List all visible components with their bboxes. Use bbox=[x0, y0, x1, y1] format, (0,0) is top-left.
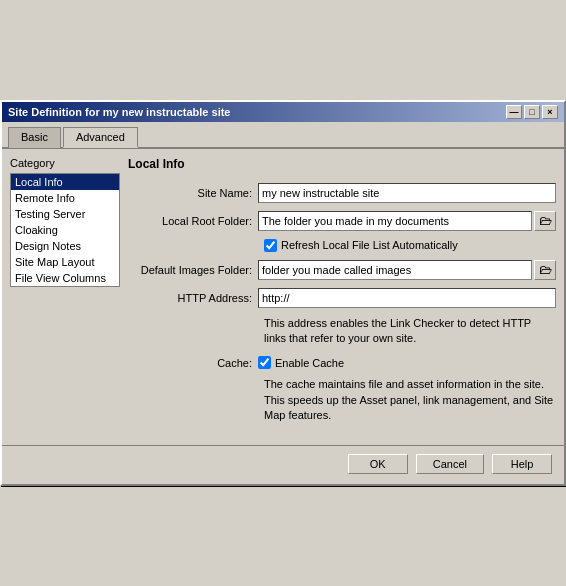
cancel-button[interactable]: Cancel bbox=[416, 454, 484, 474]
cache-label: Cache: bbox=[128, 357, 258, 369]
local-root-row: Local Root Folder: 🗁 bbox=[128, 211, 556, 231]
site-name-label: Site Name: bbox=[128, 187, 258, 199]
cache-description: The cache maintains file and asset infor… bbox=[128, 377, 556, 423]
sidebar-item-local-info[interactable]: Local Info bbox=[11, 174, 119, 190]
site-name-row: Site Name: bbox=[128, 183, 556, 203]
refresh-checkbox-row: Refresh Local File List Automatically bbox=[128, 239, 556, 252]
default-images-folder-row: 🗁 bbox=[258, 260, 556, 280]
cache-checkbox-label: Enable Cache bbox=[275, 357, 344, 369]
local-root-folder-button[interactable]: 🗁 bbox=[534, 211, 556, 231]
local-root-label: Local Root Folder: bbox=[128, 215, 258, 227]
tab-bar: Basic Advanced bbox=[2, 122, 564, 149]
maximize-button[interactable]: □ bbox=[524, 105, 540, 119]
title-bar: Site Definition for my new instructable … bbox=[2, 102, 564, 122]
window-title: Site Definition for my new instructable … bbox=[8, 106, 230, 118]
refresh-label: Refresh Local File List Automatically bbox=[281, 239, 458, 251]
local-root-folder-row: 🗁 bbox=[258, 211, 556, 231]
cache-row: Cache: Enable Cache bbox=[128, 356, 556, 369]
sidebar-item-site-map-layout[interactable]: Site Map Layout bbox=[11, 254, 119, 270]
http-description: This address enables the Link Checker to… bbox=[128, 316, 556, 347]
sidebar-item-testing-server[interactable]: Testing Server bbox=[11, 206, 119, 222]
tab-basic[interactable]: Basic bbox=[8, 127, 61, 148]
panel-title: Local Info bbox=[128, 157, 556, 171]
cache-checkbox[interactable] bbox=[258, 356, 271, 369]
minimize-button[interactable]: — bbox=[506, 105, 522, 119]
default-images-folder-button[interactable]: 🗁 bbox=[534, 260, 556, 280]
site-name-input[interactable] bbox=[258, 183, 556, 203]
cache-checkbox-group: Enable Cache bbox=[258, 356, 344, 369]
http-address-label: HTTP Address: bbox=[128, 292, 258, 304]
sidebar-item-cloaking[interactable]: Cloaking bbox=[11, 222, 119, 238]
main-window: Site Definition for my new instructable … bbox=[0, 100, 566, 487]
sidebar-item-design-notes[interactable]: Design Notes bbox=[11, 238, 119, 254]
sidebar-item-file-view-columns[interactable]: File View Columns bbox=[11, 270, 119, 286]
local-root-input[interactable] bbox=[258, 211, 532, 231]
close-button[interactable]: × bbox=[542, 105, 558, 119]
default-images-label: Default Images Folder: bbox=[128, 264, 258, 276]
ok-button[interactable]: OK bbox=[348, 454, 408, 474]
default-images-input[interactable] bbox=[258, 260, 532, 280]
http-address-row: HTTP Address: bbox=[128, 288, 556, 308]
refresh-checkbox[interactable] bbox=[264, 239, 277, 252]
tab-advanced[interactable]: Advanced bbox=[63, 127, 138, 148]
bottom-buttons: OK Cancel Help bbox=[2, 445, 564, 484]
http-address-input[interactable] bbox=[258, 288, 556, 308]
sidebar-list: Local Info Remote Info Testing Server Cl… bbox=[10, 173, 120, 287]
sidebar-item-remote-info[interactable]: Remote Info bbox=[11, 190, 119, 206]
sidebar-title: Category bbox=[10, 157, 120, 169]
help-button[interactable]: Help bbox=[492, 454, 552, 474]
content-area: Category Local Info Remote Info Testing … bbox=[2, 149, 564, 442]
title-bar-buttons: — □ × bbox=[506, 105, 558, 119]
default-images-row: Default Images Folder: 🗁 bbox=[128, 260, 556, 280]
sidebar: Category Local Info Remote Info Testing … bbox=[10, 157, 120, 434]
main-panel: Local Info Site Name: Local Root Folder:… bbox=[128, 157, 556, 434]
